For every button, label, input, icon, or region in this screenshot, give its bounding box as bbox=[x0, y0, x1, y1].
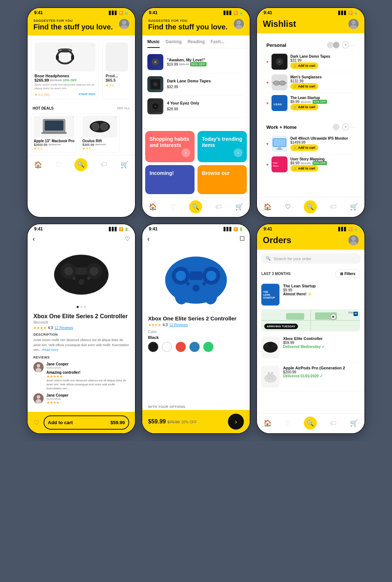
search-btn-3[interactable]: 🔍 bbox=[304, 200, 317, 213]
orders-search-bar[interactable]: 🔍 Search for your order bbox=[261, 253, 361, 264]
color-black[interactable] bbox=[148, 342, 158, 352]
wi-price-leanstartup: $9.99 bbox=[290, 100, 299, 104]
reviewer-stars-1: ★★★★★ bbox=[46, 374, 129, 378]
filters-button[interactable]: ⊞ Filters bbox=[335, 270, 360, 278]
deal2-name: Oculus Rift bbox=[82, 139, 117, 143]
p5-next-btn[interactable]: › bbox=[228, 414, 244, 430]
music-item-1[interactable]: "Awaken, My Love!" $19.99 $39.99 50% OFF bbox=[147, 51, 245, 73]
nav-tag-1[interactable]: 🏷 bbox=[101, 161, 107, 168]
macbook-svg bbox=[40, 118, 69, 136]
ws-workhome-add[interactable]: + bbox=[342, 123, 349, 131]
wish-heart-2[interactable]: ♥ bbox=[266, 81, 269, 85]
color-green[interactable] bbox=[203, 342, 213, 352]
music-title-1: "Awaken, My Love!" bbox=[167, 58, 207, 62]
color-blue[interactable] bbox=[189, 342, 200, 352]
p4-bottom-heart[interactable]: ♡ bbox=[33, 419, 39, 427]
back-button-4[interactable]: ‹ bbox=[33, 235, 35, 243]
wish-item-darklane[interactable]: ♥ Dark Lane Demo Tapes $32.99 🛒 Add to c… bbox=[266, 52, 355, 72]
card-shopping-habits[interactable]: Shopping habits and interests › bbox=[145, 131, 195, 162]
nav-home-2[interactable]: 🏠 bbox=[149, 203, 157, 211]
read-more-link[interactable]: Read more bbox=[42, 348, 59, 352]
bottom-nav-6: 🏠 ♡ 🔍 🏷 🛒 bbox=[257, 413, 364, 433]
order-item-leanstartup[interactable]: THE LEAN STARTUP The Lean Startup $9.99 … bbox=[257, 280, 364, 310]
nav-heart-3[interactable]: ♡ bbox=[285, 203, 291, 211]
wish-info-sunglasses: Men's Sunglasses $132.99 🛒 Add to cart bbox=[290, 75, 355, 90]
card-trending[interactable]: Today's trending items › bbox=[197, 131, 247, 162]
add-to-cart-dell[interactable]: 🛒 Add to cart bbox=[290, 144, 318, 151]
nav-tag-2[interactable]: 🏷 bbox=[215, 203, 222, 211]
product-card-2[interactable]: Prod... $65.5 ★ 5.0 bbox=[102, 39, 131, 100]
nav-search-6[interactable]: 🔍 bbox=[304, 417, 317, 430]
tab-gaming[interactable]: Gaming bbox=[166, 39, 182, 48]
wish-heart-3[interactable]: ♥ bbox=[266, 101, 269, 105]
deal2-heart[interactable]: ♡ bbox=[114, 115, 118, 120]
nav-heart-1[interactable]: ♡ bbox=[56, 161, 61, 169]
p5-rating: ★★★★ 4.3 12 Reviews bbox=[148, 323, 244, 327]
search-btn-6[interactable]: 🔍 bbox=[304, 417, 317, 430]
add-to-cart-btn-4[interactable]: Add to cart $59.99 bbox=[44, 415, 129, 430]
nav-cart-1[interactable]: 🛒 bbox=[121, 161, 128, 169]
wishlist-heart-1[interactable]: ♡ bbox=[91, 42, 95, 48]
wish-item-sunglasses[interactable]: ♥ Men's Sunglasses $132.99 🛒 bbox=[266, 72, 355, 93]
ws-add-btn[interactable]: + bbox=[342, 41, 349, 49]
deal1-heart[interactable]: ♡ bbox=[72, 115, 75, 120]
nav-heart-6[interactable]: ♡ bbox=[285, 419, 291, 427]
nav-heart-2[interactable]: ♡ bbox=[170, 203, 176, 211]
p4-reviews[interactable]: 12 Reviews bbox=[54, 326, 73, 330]
wish-heart-1[interactable]: ♥ bbox=[266, 60, 269, 64]
nav-tag-6[interactable]: 🏷 bbox=[330, 419, 336, 427]
order-item-xbox[interactable]: Xbox Elite Controller $59.99 Delivered W… bbox=[257, 333, 364, 362]
nav-cart-6[interactable]: 🛒 bbox=[350, 419, 358, 427]
nav-tag-3[interactable]: 🏷 bbox=[330, 203, 336, 211]
cart-button-5[interactable]: ☐ bbox=[240, 235, 245, 243]
tab-fashion[interactable]: Fash... bbox=[211, 39, 224, 48]
p4-rating-num: 4.3 bbox=[48, 326, 53, 330]
p4-info: Xbox One Elite Series 2 Controller Micro… bbox=[28, 310, 135, 412]
add-to-cart-sunglasses[interactable]: 🛒 Add to cart bbox=[290, 83, 318, 90]
nav-cart-2[interactable]: 🛒 bbox=[235, 203, 243, 211]
color-white[interactable] bbox=[162, 342, 172, 352]
nav-home-3[interactable]: 🏠 bbox=[264, 203, 271, 211]
tab-music[interactable]: Music bbox=[147, 39, 160, 48]
userstory-art: User Story bbox=[271, 156, 287, 172]
ws-more-btn[interactable]: ··· bbox=[351, 42, 355, 48]
nav-search-2[interactable]: 🔍 bbox=[189, 200, 202, 213]
wish-item-leanstartup[interactable]: ♥ LEAN The Lean Startup $9.99 $19.99 50%… bbox=[266, 93, 355, 113]
nav-search-3[interactable]: 🔍 bbox=[304, 200, 317, 213]
tab-reading[interactable]: Reading bbox=[188, 39, 205, 48]
add-to-cart-userstory[interactable]: 🛒 Add to cart bbox=[290, 165, 318, 172]
search-btn-1[interactable]: 🔍 bbox=[74, 158, 87, 171]
nav-home-6[interactable]: 🏠 bbox=[264, 419, 271, 427]
music-item-2[interactable]: Dark Lane Demo Tapes $32.99 bbox=[147, 73, 245, 95]
card-browse[interactable]: Browse our bbox=[197, 165, 247, 194]
order-item-airpods[interactable]: Apple AirPods Pro (Generation 2 $200.99 … bbox=[257, 362, 364, 392]
see-all-link[interactable]: SEE ALL bbox=[117, 106, 130, 110]
usps-badge: ✉ bbox=[354, 312, 358, 316]
deal1-price: $2600.99 bbox=[34, 143, 48, 147]
heart-button-4[interactable]: ♡ bbox=[125, 235, 130, 242]
music-item-3[interactable]: 4 Your Eyez Only $28.99 bbox=[147, 95, 245, 118]
product-card-headphones[interactable]: ♡ Bose Headphones $265.99 $279.99 10% OF… bbox=[31, 39, 99, 100]
nav-search-1[interactable]: 🔍 bbox=[74, 158, 87, 171]
add-to-cart-darklane[interactable]: 🛒 Add to cart bbox=[290, 62, 318, 69]
music-old-1: $39.99 bbox=[179, 62, 189, 66]
color-options bbox=[148, 342, 244, 352]
nav-cart-3[interactable]: 🛒 bbox=[350, 203, 358, 211]
nav-home-1[interactable]: 🏠 bbox=[34, 161, 42, 169]
color-red[interactable] bbox=[176, 342, 186, 352]
phone-6-orders: 9:41 ▋▋▋ 🛜 🔋 Orders 🔍 Search for your or… bbox=[256, 224, 365, 434]
deal-card-macbook[interactable]: ♡ Apple 13" Macbook Pro $2600.99 $2999.9… bbox=[31, 113, 77, 153]
wi-off-userstory: 50% OFF bbox=[313, 161, 327, 165]
p5-reviews[interactable]: 12 Reviews bbox=[169, 323, 188, 327]
search-btn-2[interactable]: 🔍 bbox=[189, 200, 202, 213]
back-button-5[interactable]: ‹ bbox=[147, 235, 150, 243]
wish-heart-4[interactable]: ♥ bbox=[266, 142, 269, 146]
wish-item-dell[interactable]: ♥ Dell 49inch Ultrawide IPS Monitor $149… bbox=[266, 134, 355, 154]
deal-card-oculus[interactable]: ♡ Oculus Rift $365.99 $479.99 ★ 4.5 bbox=[80, 113, 120, 153]
add-to-cart-leanstartup[interactable]: 🛒 Add to cart bbox=[290, 104, 318, 110]
wish-item-userstory[interactable]: ♥ User Story User Story Mapping $9.99 $1… bbox=[266, 154, 355, 175]
card-incoming[interactable]: Incoming! bbox=[145, 165, 195, 194]
ws-workhome-more[interactable]: ··· bbox=[351, 124, 355, 130]
wi-name-userstory: User Story Mapping bbox=[290, 157, 355, 161]
wish-heart-5[interactable]: ♥ bbox=[266, 163, 269, 167]
